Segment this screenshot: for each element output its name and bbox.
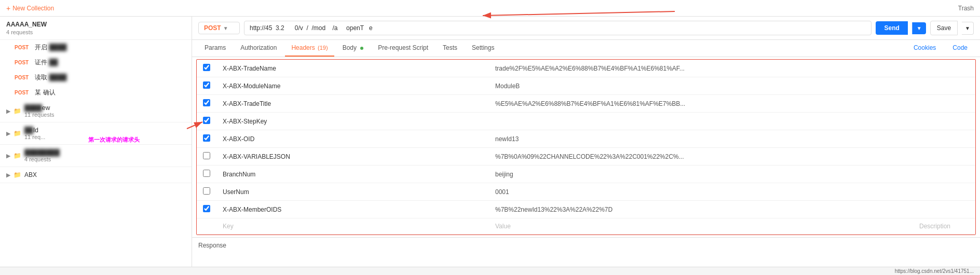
- folder-count-3: 4 requests: [24, 156, 60, 162]
- folder-icon-2: 📁: [13, 107, 21, 115]
- save-button[interactable]: Save: [930, 21, 958, 35]
- request-item-zhj[interactable]: POST 证件 ██: [0, 55, 192, 70]
- sidebar: AAAAA_NEW 4 requests POST 开启 ████ POST 证…: [0, 17, 192, 267]
- folder-item-1[interactable]: ▶ 📁 ████ew 11 requests: [0, 100, 192, 122]
- tab-tests[interactable]: Tests: [437, 40, 464, 57]
- header-value-3[interactable]: [489, 113, 913, 130]
- method-value: POST: [204, 24, 221, 32]
- plus-icon: +: [6, 4, 10, 12]
- tab-params[interactable]: Params: [198, 40, 232, 57]
- method-badge-post-2: POST: [12, 59, 31, 66]
- header-checkbox-5[interactable]: [203, 152, 210, 159]
- chevron-right-icon: ▶: [6, 108, 10, 115]
- url-input[interactable]: [244, 21, 872, 35]
- folder-icon-3: 📁: [13, 130, 21, 137]
- top-bar: + New Collection Trash: [0, 0, 980, 17]
- tab-body[interactable]: Body: [336, 40, 370, 57]
- table-row: KeyValueDescription: [197, 218, 975, 235]
- folder-item-3[interactable]: ▶ 📁 ████████ 4 requests: [0, 145, 192, 167]
- body-active-dot: [360, 47, 363, 50]
- header-key-7[interactable]: UserNum: [216, 183, 489, 201]
- header-key-4[interactable]: X-ABX-OID: [216, 130, 489, 148]
- headers-table: X-ABX-TradeNametrade%2F%E5%AE%A2%E6%88%B…: [197, 60, 975, 235]
- main-layout: AAAAA_NEW 4 requests POST 开启 ████ POST 证…: [0, 17, 980, 267]
- collection-name: AAAAA_NEW: [6, 21, 185, 28]
- folder-name-2: ██Id: [24, 127, 45, 134]
- chevron-right-icon-4: ▶: [6, 172, 10, 178]
- headers-count-badge: (19): [318, 45, 328, 51]
- header-key-3[interactable]: X-ABX-StepKey: [216, 113, 489, 130]
- tab-headers[interactable]: Headers (19): [285, 40, 334, 57]
- request-item-mr[interactable]: POST 某 确认: [0, 85, 192, 100]
- header-desc-4: [913, 130, 975, 148]
- folder-icon-5: 📁: [13, 171, 21, 178]
- table-row: X-ABX-TradeNametrade%2F%E5%AE%A2%E6%88%B…: [197, 60, 975, 77]
- header-checkbox-6[interactable]: [203, 170, 210, 177]
- new-collection-button[interactable]: + New Collection: [6, 4, 54, 12]
- header-value-6[interactable]: beijing: [489, 166, 913, 183]
- method-selector[interactable]: POST ▼: [198, 22, 240, 34]
- method-badge-post-4: POST: [12, 89, 31, 96]
- tab-settings[interactable]: Settings: [466, 40, 500, 57]
- header-checkbox-7[interactable]: [203, 187, 210, 195]
- send-button[interactable]: Send: [876, 21, 907, 35]
- table-row: X-ABX-MemberOIDS%7B%22newId13%22%3A%22A%…: [197, 201, 975, 218]
- header-key-8[interactable]: X-ABX-MemberOIDS: [216, 201, 489, 218]
- header-checkbox-2[interactable]: [203, 99, 210, 106]
- code-link[interactable]: Code: [946, 40, 974, 57]
- headers-table-wrapper: X-ABX-TradeNametrade%2F%E5%AE%A2%E6%88%B…: [196, 59, 976, 235]
- header-value-5[interactable]: %7B%0A%09%22CHANNELCODE%22%3A%22C001%22%…: [489, 148, 913, 166]
- header-checkbox-4[interactable]: [203, 134, 210, 142]
- folder-icon-4: 📁: [13, 152, 21, 159]
- trash-button[interactable]: Trash: [958, 5, 974, 12]
- request-item-dq[interactable]: POST 读取 ████: [0, 70, 192, 85]
- header-desc-3: [913, 113, 975, 130]
- headers-content: X-ABX-TradeNametrade%2F%E5%AE%A2%E6%88%B…: [192, 57, 980, 267]
- header-desc-1: [913, 77, 975, 95]
- header-key-2[interactable]: X-ABX-TradeTitle: [216, 95, 489, 113]
- request-tabs: Params Authorization Headers (19) Body P…: [192, 40, 980, 57]
- header-value-9: Value: [489, 218, 913, 235]
- header-key-6[interactable]: BranchNum: [216, 166, 489, 183]
- header-desc-5: [913, 148, 975, 166]
- header-value-1[interactable]: ModuleB: [489, 77, 913, 95]
- collection-request-count: 4 requests: [6, 29, 185, 35]
- url-bar: 请求url POST ▼ Send ▼ Save ▼: [192, 17, 980, 40]
- send-dropdown-button[interactable]: ▼: [912, 22, 926, 34]
- header-key-0[interactable]: X-ABX-TradeName: [216, 60, 489, 77]
- table-row: X-ABX-StepKey: [197, 113, 975, 130]
- header-checkbox-0[interactable]: [203, 64, 210, 71]
- method-badge-post: POST: [12, 44, 31, 51]
- request-name-4: 某 确认: [35, 88, 55, 97]
- header-checkbox-3[interactable]: [203, 117, 210, 124]
- folder-item-abx[interactable]: ▶ 📁 ABX: [0, 167, 192, 183]
- chevron-right-icon-2: ▶: [6, 130, 10, 137]
- table-row: X-ABX-ModuleNameModuleB: [197, 77, 975, 95]
- header-value-4[interactable]: newId13: [489, 130, 913, 148]
- collection-aaaaa[interactable]: AAAAA_NEW 4 requests: [0, 17, 192, 40]
- header-key-5[interactable]: X-ABX-VARIABLEJSON: [216, 148, 489, 166]
- folder-name-1: ████ew: [24, 104, 54, 112]
- cookies-link[interactable]: Cookies: [907, 40, 942, 57]
- header-checkbox-8[interactable]: [203, 205, 210, 212]
- header-value-2[interactable]: %E5%AE%A2%E6%88%B7%E4%BF%A1%E6%81%AF%E7%…: [489, 95, 913, 113]
- chevron-right-icon-3: ▶: [6, 153, 10, 159]
- header-desc-6: [913, 166, 975, 183]
- header-value-0[interactable]: trade%2F%E5%AE%A2%E6%88%B7%E4%BF%A1%E6%8…: [489, 60, 913, 77]
- tab-pre-request[interactable]: Pre-request Script: [372, 40, 434, 57]
- status-bar: https://blog.csdn.net/2vs1/41751...: [0, 267, 980, 275]
- table-row: X-ABX-VARIABLEJSON%7B%0A%09%22CHANNELCOD…: [197, 148, 975, 166]
- request-name: 开启 ████: [35, 43, 66, 52]
- save-dropdown-button[interactable]: ▼: [962, 22, 974, 35]
- request-name-3: 读取 ████: [35, 73, 66, 82]
- request-item-kaiq[interactable]: POST 开启 ████: [0, 40, 192, 55]
- header-value-8[interactable]: %7B%22newId13%22%3A%22A%22%7D: [489, 201, 913, 218]
- status-url: https://blog.csdn.net/2vs1/41751...: [895, 268, 974, 274]
- tab-authorization[interactable]: Authorization: [234, 40, 283, 57]
- header-key-1[interactable]: X-ABX-ModuleName: [216, 77, 489, 95]
- folder-count-1: 11 requests: [24, 112, 54, 118]
- table-row: BranchNumbeijing: [197, 166, 975, 183]
- annotation-first-request: 第一次请求的请求头: [88, 136, 140, 144]
- header-checkbox-1[interactable]: [203, 81, 210, 89]
- header-value-7[interactable]: 0001: [489, 183, 913, 201]
